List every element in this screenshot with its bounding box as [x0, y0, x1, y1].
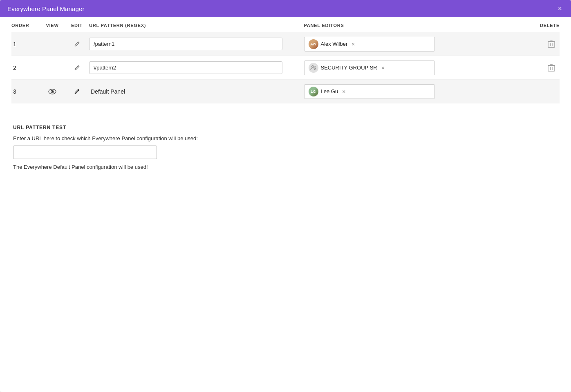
row-1-editor-remove-0[interactable]: × [351, 41, 356, 47]
table-row: 3 Default Pa [11, 80, 560, 103]
row-2-editor-tagbox: SECURITY GROUP SR × [304, 60, 435, 75]
url-test-title: URL PATTERN TEST [13, 125, 558, 130]
col-view: VIEW [40, 23, 65, 28]
row-1-editors-cell: AW Alex Wilber × [304, 37, 519, 52]
app-title: Everywhere Panel Manager [7, 5, 85, 12]
svg-rect-3 [548, 65, 555, 71]
titlebar: Everywhere Panel Manager × [0, 0, 571, 17]
row-2-editor-name-0: SECURITY GROUP SR [321, 65, 377, 71]
row-3-editor-name-0: Lee Gu [321, 88, 338, 94]
col-url-pattern: URL PATTERN (REGEX) [89, 23, 304, 28]
row-3-editor-tagbox: LG Lee Gu × [304, 84, 435, 99]
url-test-description: Enter a URL here to check which Everywhe… [13, 135, 558, 141]
row-3-edit-button[interactable] [72, 87, 81, 96]
row-3-default-label: Default Panel [89, 88, 125, 95]
url-test-input[interactable] [13, 146, 157, 159]
row-3-editors-cell: LG Lee Gu × [304, 84, 519, 99]
row-2-edit-button[interactable] [72, 63, 81, 72]
row-3-order: 3 [11, 88, 40, 95]
main-content: ORDER VIEW EDIT URL PATTERN (REGEX) PANE… [0, 17, 571, 392]
row-1-avatar-0: AW [309, 39, 318, 49]
table-row: 1 AW [11, 32, 560, 56]
row-2-order: 2 [11, 65, 40, 71]
row-2-edit [65, 63, 89, 72]
row-1-url-input[interactable] [89, 38, 282, 50]
row-2-editor-tag-0: SECURITY GROUP SR × [309, 63, 385, 73]
col-delete: DELETE [519, 23, 560, 28]
row-1-order: 1 [11, 41, 40, 47]
row-3-editor-tag-0: LG Lee Gu × [309, 87, 347, 96]
row-1-delete-cell [519, 39, 560, 49]
row-1-editor-tagbox: AW Alex Wilber × [304, 37, 435, 52]
row-2-avatar-0 [309, 63, 318, 73]
row-3-url-cell: Default Panel [89, 88, 304, 95]
row-3-view [40, 87, 65, 96]
row-1-editor-name-0: Alex Wilber [321, 41, 348, 47]
svg-point-1 [311, 65, 313, 67]
row-1-url-cell [89, 38, 304, 50]
row-2-delete-button[interactable] [546, 63, 556, 73]
svg-point-2 [314, 66, 316, 67]
row-3-editor-remove-0[interactable]: × [341, 89, 346, 94]
row-1-delete-button[interactable] [546, 39, 556, 49]
row-2-url-input[interactable] [89, 61, 282, 74]
row-3-view-button[interactable] [47, 87, 58, 96]
table-row: 2 [11, 56, 560, 80]
row-3-edit [65, 87, 89, 96]
row-1-editor-tag-0: AW Alex Wilber × [309, 39, 356, 49]
col-order: ORDER [11, 23, 40, 28]
col-edit: EDIT [65, 23, 89, 28]
col-panel-editors: PANEL EDITORS [304, 23, 519, 28]
row-2-delete-cell [519, 63, 560, 73]
close-button[interactable]: × [556, 4, 564, 13]
row-2-editor-remove-0[interactable]: × [381, 65, 385, 71]
row-2-url-cell [89, 61, 304, 74]
svg-point-6 [52, 91, 53, 92]
table-header: ORDER VIEW EDIT URL PATTERN (REGEX) PANE… [11, 17, 560, 32]
svg-rect-0 [548, 42, 555, 47]
row-1-edit [65, 40, 89, 49]
row-1-edit-button[interactable] [72, 40, 81, 49]
app-window: Everywhere Panel Manager × ORDER VIEW ED… [0, 0, 571, 392]
row-2-editors-cell: SECURITY GROUP SR × [304, 60, 519, 75]
url-test-section: URL PATTERN TEST Enter a URL here to che… [11, 125, 560, 170]
row-3-avatar-0: LG [309, 87, 318, 96]
url-test-result: The Everywhere Default Panel configurati… [13, 164, 558, 170]
